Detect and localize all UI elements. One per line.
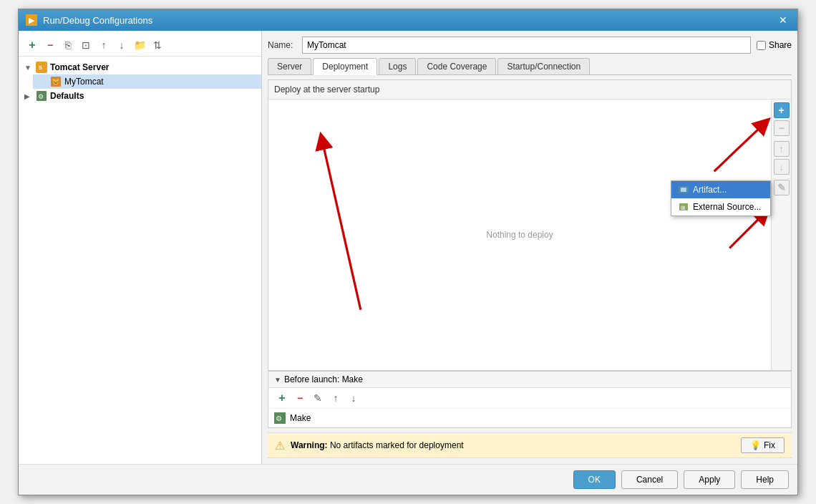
warning-bar: ⚠ Warning: No artifacts marked for deplo…	[268, 432, 792, 458]
svg-text:⊞: ⊞	[681, 205, 686, 211]
deployment-tab-content: Deploy at the server startup Nothing to …	[268, 79, 792, 428]
my-tomcat-label: MyTomcat	[64, 77, 104, 87]
left-toolbar: + − ⎘ ⊡ ↑ ↓ 📁 ⇅	[19, 34, 261, 57]
move-up-button[interactable]: ↑	[96, 37, 112, 53]
left-panel: + − ⎘ ⊡ ↑ ↓ 📁 ⇅ ▼ S	[19, 31, 262, 464]
copy-config-button[interactable]: ⎘	[60, 37, 76, 53]
fix-button[interactable]: 💡 Fix	[741, 437, 785, 453]
close-button[interactable]: ✕	[776, 13, 790, 27]
edit-launch-button[interactable]: ✎	[310, 390, 326, 406]
sort-button[interactable]: ⇅	[150, 37, 165, 53]
svg-text:⚙: ⚙	[38, 93, 44, 100]
before-launch-title: Before launch: Make	[284, 374, 363, 384]
ok-button[interactable]: OK	[573, 470, 616, 489]
dialog-title: Run/Debug Configurations	[43, 15, 152, 26]
share-checkbox[interactable]	[757, 41, 766, 50]
right-panel: Name: Share Server Deployment Logs Code …	[262, 31, 797, 464]
add-deploy-button[interactable]: +	[774, 102, 790, 118]
tree-tomcat-server[interactable]: ▼ S Tomcat Server	[19, 60, 261, 74]
title-bar-left: ▶ Run/Debug Configurations	[26, 14, 152, 26]
tab-deployment[interactable]: Deployment	[313, 58, 377, 75]
deploy-header: Deploy at the server startup	[268, 80, 791, 100]
dialog-icon: ▶	[26, 14, 37, 26]
move-down-button[interactable]: ↓	[114, 37, 130, 53]
artifact-label: Artifact...	[693, 185, 727, 195]
defaults-expand-icon: ▶	[24, 92, 33, 100]
external-source-menu-item[interactable]: ⊞ External Source...	[671, 198, 770, 215]
tab-logs[interactable]: Logs	[379, 58, 416, 74]
svg-text:🐱: 🐱	[52, 78, 59, 85]
tabs-bar: Server Deployment Logs Code Coverage Sta…	[268, 58, 792, 75]
fix-icon: 💡	[750, 440, 761, 450]
make-icon: ⚙	[274, 412, 286, 424]
warning-bold: Warning:	[291, 440, 328, 450]
run-debug-dialog: ▶ Run/Debug Configurations ✕ + − ⎘ ⊡ ↑ ↓…	[18, 9, 798, 495]
name-input[interactable]	[302, 37, 751, 54]
before-launch-collapse-icon[interactable]: ▼	[274, 376, 281, 384]
remove-launch-button[interactable]: −	[292, 390, 308, 406]
warning-text: Warning: No artifacts marked for deploym…	[291, 440, 735, 450]
tree-child-expand	[39, 78, 47, 86]
share-checkbox-row: Share	[757, 40, 792, 50]
move-launch-up-button[interactable]: ↑	[328, 390, 344, 406]
remove-config-button[interactable]: −	[42, 37, 58, 53]
folder-button[interactable]: 📁	[132, 37, 147, 53]
name-label: Name:	[268, 40, 296, 50]
share-label: Share	[769, 40, 792, 50]
before-launch-list: ⚙ Make	[268, 409, 791, 427]
deploy-body: Nothing to deploy + − ↑ ↓ ✎	[268, 100, 791, 370]
share-config-button[interactable]: ⊡	[78, 37, 94, 53]
tab-server[interactable]: Server	[268, 58, 311, 74]
name-row: Name: Share	[268, 37, 792, 54]
defaults-label: Defaults	[50, 91, 84, 101]
config-tree: ▼ S Tomcat Server 🐱	[19, 57, 261, 460]
help-button[interactable]: Help	[741, 470, 789, 489]
move-deploy-up-button[interactable]: ↑	[774, 141, 790, 157]
svg-text:S: S	[39, 64, 42, 71]
before-launch-header: ▼ Before launch: Make	[268, 372, 791, 388]
tree-my-tomcat[interactable]: 🐱 MyTomcat	[33, 74, 261, 89]
remove-deploy-button[interactable]: −	[774, 120, 790, 136]
apply-button[interactable]: Apply	[684, 470, 735, 489]
add-launch-button[interactable]: +	[274, 390, 290, 406]
edit-deploy-button[interactable]: ✎	[774, 180, 790, 195]
deploy-list: Nothing to deploy	[268, 100, 771, 370]
move-deploy-down-button[interactable]: ↓	[774, 159, 790, 175]
fix-label: Fix	[764, 440, 775, 450]
my-tomcat-icon: 🐱	[50, 76, 62, 87]
deploy-sidebar: + − ↑ ↓ ✎	[771, 100, 791, 370]
before-launch-section: ▼ Before launch: Make + − ✎ ↑ ↓	[268, 371, 792, 428]
make-label: Make	[290, 413, 311, 423]
title-bar: ▶ Run/Debug Configurations ✕	[19, 9, 797, 31]
svg-rect-7	[681, 188, 686, 192]
dialog-body: + − ⎘ ⊡ ↑ ↓ 📁 ⇅ ▼ S	[19, 31, 797, 464]
artifact-menu-item[interactable]: Artifact...	[671, 181, 770, 198]
warning-detail: No artifacts marked for deployment	[330, 440, 464, 450]
add-config-button[interactable]: +	[24, 37, 40, 53]
before-launch-toolbar: + − ✎ ↑ ↓	[268, 388, 791, 409]
external-source-icon: ⊞	[679, 202, 689, 212]
tab-code-coverage[interactable]: Code Coverage	[417, 58, 496, 74]
move-launch-down-button[interactable]: ↓	[346, 390, 361, 406]
bottom-buttons: OK Cancel Apply Help	[19, 464, 797, 495]
tomcat-server-icon: S	[36, 62, 47, 73]
dropdown-menu: Artifact... ⊞ External Source...	[671, 180, 771, 216]
tomcat-server-label: Tomcat Server	[50, 62, 109, 72]
make-launch-item: ⚙ Make	[268, 410, 791, 426]
defaults-icon: ⚙	[36, 90, 47, 102]
cancel-button[interactable]: Cancel	[621, 470, 678, 489]
external-source-label: External Source...	[693, 202, 761, 212]
tree-defaults[interactable]: ▶ ⚙ Defaults	[19, 89, 261, 103]
artifact-icon	[679, 185, 689, 195]
tree-expand-icon: ▼	[24, 64, 33, 72]
deployment-panel: Deploy at the server startup Nothing to …	[268, 79, 792, 371]
svg-text:⚙: ⚙	[276, 415, 282, 422]
empty-deploy-text: Nothing to deploy	[486, 230, 553, 240]
tab-startup-connection[interactable]: Startup/Connection	[497, 58, 590, 74]
warning-icon: ⚠	[275, 439, 285, 452]
